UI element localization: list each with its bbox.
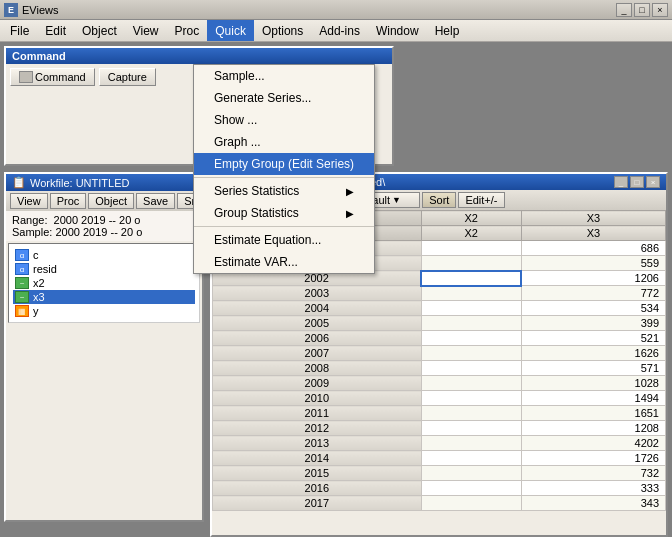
cell-x3[interactable]: 4202 [521, 436, 665, 451]
cell-x2[interactable] [421, 271, 521, 286]
menu-item-show[interactable]: Show ... [194, 109, 374, 131]
col-header-x3: X3 [521, 211, 665, 226]
cell-x3[interactable]: 1208 [521, 421, 665, 436]
cell-x2[interactable] [421, 391, 521, 406]
menu-edit[interactable]: Edit [37, 20, 74, 41]
menu-window[interactable]: Window [368, 20, 427, 41]
cell-year: 2013 [213, 436, 422, 451]
cell-x2[interactable] [421, 466, 521, 481]
cell-x3[interactable]: 559 [521, 256, 665, 271]
minimize-button[interactable]: _ [616, 3, 632, 17]
table-row: 20134202 [213, 436, 666, 451]
series-icon: ~ [15, 291, 29, 303]
cell-year: 2003 [213, 286, 422, 301]
list-item[interactable]: α resid [13, 262, 195, 276]
cell-x2[interactable] [421, 301, 521, 316]
cell-x2[interactable] [421, 316, 521, 331]
close-button[interactable]: × [652, 3, 668, 17]
cell-year: 2010 [213, 391, 422, 406]
menu-file[interactable]: File [2, 20, 37, 41]
cell-x2[interactable] [421, 361, 521, 376]
cell-x3[interactable]: 732 [521, 466, 665, 481]
table-row: 2015732 [213, 466, 666, 481]
capture-button[interactable]: Capture [99, 68, 156, 86]
cell-x3[interactable]: 1726 [521, 451, 665, 466]
cell-year: 2004 [213, 301, 422, 316]
command-icon [19, 71, 33, 83]
workfile-title-text: Workfile: UNTITLED [30, 177, 129, 189]
data-title-controls: _ □ × [614, 176, 660, 188]
menu-item-empty-group[interactable]: Empty Group (Edit Series) [194, 153, 374, 175]
list-item-selected[interactable]: ~ x3 [13, 290, 195, 304]
wf-proc-btn[interactable]: Proc [50, 193, 87, 209]
cell-x2[interactable] [421, 481, 521, 496]
menu-item-graph[interactable]: Graph ... [194, 131, 374, 153]
menu-item-estimate-var[interactable]: Estimate VAR... [194, 251, 374, 273]
data-close-btn[interactable]: × [646, 176, 660, 188]
workfile-title: 📋 Workfile: UNTITLED [6, 174, 202, 191]
menu-object[interactable]: Object [74, 20, 125, 41]
menu-item-estimate-eq[interactable]: Estimate Equation... [194, 229, 374, 251]
menu-item-group-stats[interactable]: Group Statistics ▶ [194, 202, 374, 224]
menu-divider-2 [194, 226, 374, 227]
workfile-panel: 📋 Workfile: UNTITLED View Proc Object Sa… [4, 172, 204, 522]
cell-x2[interactable] [421, 286, 521, 301]
menu-options[interactable]: Options [254, 20, 311, 41]
cell-x2[interactable] [421, 406, 521, 421]
cell-x2[interactable] [421, 496, 521, 511]
cell-x2[interactable] [421, 241, 521, 256]
cell-x2[interactable] [421, 331, 521, 346]
cell-x2[interactable] [421, 346, 521, 361]
cell-x2[interactable] [421, 436, 521, 451]
maximize-button[interactable]: □ [634, 3, 650, 17]
cell-x3[interactable]: 534 [521, 301, 665, 316]
cell-x3[interactable]: 1494 [521, 391, 665, 406]
menu-help[interactable]: Help [427, 20, 468, 41]
cell-year: 2017 [213, 496, 422, 511]
menu-item-series-stats[interactable]: Series Statistics ▶ [194, 180, 374, 202]
table-row: 2008571 [213, 361, 666, 376]
command-button[interactable]: Command [10, 68, 95, 86]
menu-item-generate[interactable]: Generate Series... [194, 87, 374, 109]
list-item[interactable]: ~ x2 [13, 276, 195, 290]
submenu-arrow-icon-2: ▶ [346, 208, 354, 219]
data-maximize-btn[interactable]: □ [630, 176, 644, 188]
table-row: 20121208 [213, 421, 666, 436]
title-bar: E EViews _ □ × [0, 0, 672, 20]
edit-plus-button[interactable]: Edit+/- [458, 192, 504, 208]
cell-x3[interactable]: 686 [521, 241, 665, 256]
wf-view-btn[interactable]: View [10, 193, 48, 209]
wf-object-btn[interactable]: Object [88, 193, 134, 209]
cell-x2[interactable] [421, 451, 521, 466]
cell-x3[interactable]: 1206 [521, 271, 665, 286]
table-row: 2016333 [213, 481, 666, 496]
cell-x3[interactable]: 399 [521, 316, 665, 331]
cell-year: 2016 [213, 481, 422, 496]
cell-x2[interactable] [421, 421, 521, 436]
sort-button[interactable]: Sort [422, 192, 456, 208]
cell-x3[interactable]: 521 [521, 331, 665, 346]
menu-proc[interactable]: Proc [167, 20, 208, 41]
cell-x3[interactable]: 571 [521, 361, 665, 376]
menu-quick[interactable]: Quick [207, 20, 254, 41]
menu-item-sample[interactable]: Sample... [194, 65, 374, 87]
cell-x2[interactable] [421, 376, 521, 391]
table-row: 20101494 [213, 391, 666, 406]
list-item[interactable]: ▦ y [13, 304, 195, 318]
wf-save-btn[interactable]: Save [136, 193, 175, 209]
cell-x3[interactable]: 1651 [521, 406, 665, 421]
menu-view[interactable]: View [125, 20, 167, 41]
cell-x3[interactable]: 1028 [521, 376, 665, 391]
data-minimize-btn[interactable]: _ [614, 176, 628, 188]
cell-x3[interactable]: 333 [521, 481, 665, 496]
cell-x2[interactable] [421, 256, 521, 271]
cell-x3[interactable]: 772 [521, 286, 665, 301]
table-row: 2006521 [213, 331, 666, 346]
col-subheader-x2: X2 [421, 226, 521, 241]
cell-year: 2007 [213, 346, 422, 361]
cell-x3[interactable]: 343 [521, 496, 665, 511]
menu-divider-1 [194, 177, 374, 178]
cell-x3[interactable]: 1626 [521, 346, 665, 361]
list-item[interactable]: α c [13, 248, 195, 262]
menu-addins[interactable]: Add-ins [311, 20, 368, 41]
